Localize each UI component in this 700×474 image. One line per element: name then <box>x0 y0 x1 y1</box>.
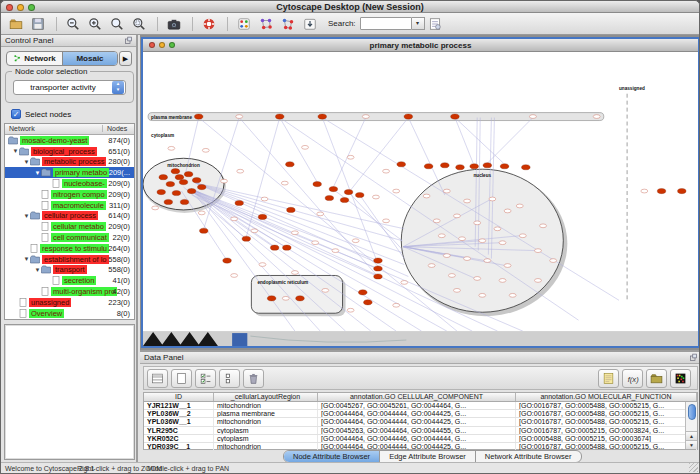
unselect-attributes-icon[interactable] <box>219 369 240 388</box>
help-ring-icon[interactable] <box>199 15 219 33</box>
window-titlebar[interactable]: Cytoscape Desktop (New Session) <box>1 1 699 13</box>
table-row[interactable]: YLR295Ccytoplasm[GO:0045263, GO:0044464,… <box>144 427 697 435</box>
table-cell: YPL036W__1 <box>144 418 214 425</box>
notes-icon[interactable] <box>598 369 619 388</box>
zoom-out-icon[interactable] <box>63 15 83 33</box>
tree-row[interactable]: secretion41(0) <box>5 275 134 286</box>
scrollbar-thumb[interactable] <box>688 404 696 420</box>
tree-row[interactable]: cell communicat22(0) <box>5 232 134 243</box>
tab-network-attribute-browser[interactable]: Network Attribute Browser <box>475 451 581 462</box>
tree-row[interactable]: macromolecule311(0) <box>5 200 134 211</box>
tab-edge-attribute-browser[interactable]: Edge Attribute Browser <box>379 451 475 462</box>
table-scrollbar[interactable]: ▲ ▼ <box>685 402 697 449</box>
resize-grip[interactable] <box>689 463 698 472</box>
tree-row[interactable]: unassigned223(0) <box>5 297 134 308</box>
zoom-selected-region-icon[interactable] <box>129 15 149 33</box>
function-builder-icon: f(x) <box>626 372 639 385</box>
column-header[interactable]: ID <box>144 393 214 401</box>
network-canvas[interactable]: plasma membranecytoplasmmitochondrionnuc… <box>143 52 698 346</box>
tab-node-attribute-browser[interactable]: Node Attribute Browser <box>284 451 379 462</box>
table-cell: [GO:0045267, GO:0045261, GO:0044464, G..… <box>318 402 516 409</box>
table-row[interactable]: YKR052Ccytoplasm[GO:0044464, GO:0044446,… <box>144 435 697 443</box>
select-nodes-label: Select nodes <box>25 110 71 119</box>
network-graph[interactable]: plasma membranecytoplasmmitochondrionnuc… <box>143 52 698 346</box>
tree-row[interactable]: Overview8(0) <box>5 308 134 319</box>
tree-row[interactable]: ▼cellular process614(0) <box>5 211 134 222</box>
select-nodes-checkbox[interactable]: ✓ <box>11 109 21 119</box>
tree-row[interactable]: mosaic-demo-yeast874(0) <box>5 135 134 146</box>
expand-arrow-icon[interactable]: ▼ <box>34 170 41 176</box>
tree-row-label: metabolic process <box>42 157 106 166</box>
tree-row[interactable]: ▼biological_process651(0) <box>5 146 134 157</box>
tree-row-label: unassigned <box>29 298 71 307</box>
file-icon <box>41 190 49 199</box>
delete-attribute-icon[interactable] <box>243 369 264 388</box>
cytoscape-window: Cytoscape Desktop (New Session) Search: … <box>0 0 700 474</box>
zoom-fit-icon[interactable] <box>107 15 127 33</box>
expand-arrow-icon[interactable]: ▼ <box>23 256 30 262</box>
folder-icon <box>19 147 29 156</box>
birds-eye-view[interactable] <box>4 324 135 460</box>
select-attributes-icon[interactable] <box>195 369 216 388</box>
attribute-table[interactable]: ID_cellularLayoutRegionannotation.GO CEL… <box>143 392 698 450</box>
expand-arrow-icon[interactable]: ▼ <box>23 213 30 219</box>
tab-network[interactable]: Network <box>7 52 62 65</box>
folder-icon <box>30 255 40 264</box>
duplicate-network-icon[interactable] <box>278 15 298 33</box>
tree-row[interactable]: nucleobase-209(0) <box>5 178 134 189</box>
table-cell: [GO:0045263, GO:0044464, GO:0044455, G..… <box>318 427 516 434</box>
table-cell: plasma membrane <box>214 410 318 417</box>
tree-row[interactable]: ▼primary metabo209(... <box>5 167 134 178</box>
network-tree-header[interactable]: Network Nodes <box>5 124 134 135</box>
network-view-frame[interactable]: primary metabolic process plasma membran… <box>141 37 700 348</box>
tree-row-label: mosaic-demo-yeast <box>20 136 89 145</box>
svg-text:mitochondrion: mitochondrion <box>167 163 200 168</box>
new-attribute-icon[interactable] <box>171 369 192 388</box>
tree-row[interactable]: cellular metabo209(0) <box>5 221 134 232</box>
column-header[interactable]: annotation.GO CELLULAR_COMPONENT <box>318 393 516 401</box>
search-input[interactable] <box>360 17 412 30</box>
zoom-in-icon[interactable] <box>85 15 105 33</box>
tree-row[interactable]: ▼establishment of lo558(0) <box>5 254 134 265</box>
search-dropdown-button[interactable]: ▾ <box>412 17 425 30</box>
new-network-from-selection-icon[interactable] <box>256 15 276 33</box>
scroll-down-button[interactable]: ▼ <box>686 440 697 449</box>
import-attributes-icon[interactable] <box>646 369 667 388</box>
tree-row-label: establishment of lo <box>42 255 109 264</box>
matrix-view-icon[interactable] <box>670 369 691 388</box>
tree-row[interactable]: response to stimulu264(0) <box>5 243 134 254</box>
table-row[interactable]: YJR121W__1mitochondrion[GO:0045267, GO:0… <box>144 402 697 410</box>
layout-icon[interactable] <box>234 15 254 33</box>
tree-row[interactable]: multi-organism pro42(0) <box>5 286 134 297</box>
float-data-panel-icon[interactable] <box>689 353 698 362</box>
float-panel-icon[interactable] <box>124 36 133 45</box>
expand-arrow-icon[interactable]: ▼ <box>23 159 30 165</box>
camera-export-icon[interactable] <box>164 15 184 33</box>
table-row[interactable]: YPL036W__2plasma membrane[GO:0044464, GO… <box>144 410 697 418</box>
tree-row-node-count: 209(0) <box>108 179 130 188</box>
new-attribute-icon <box>175 372 188 385</box>
tree-row[interactable]: ▼transport558(0) <box>5 265 134 276</box>
column-header[interactable]: annotation.GO MOLECULAR_FUNCTION <box>516 393 697 401</box>
expand-arrow-icon[interactable]: ▼ <box>34 267 41 273</box>
search-options-icon[interactable] <box>425 15 445 33</box>
table-row[interactable]: YPL036W__1mitochondrion[GO:0044464, GO:0… <box>144 418 697 426</box>
node-color-dropdown[interactable]: transporter activity ▲▼ <box>13 80 126 95</box>
table-cell: [GO:0044464, GO:0044444, GO:0044425, G..… <box>318 418 516 425</box>
import-attributes-icon <box>650 372 663 385</box>
expand-arrow-icon[interactable]: ▼ <box>12 148 19 154</box>
column-header[interactable]: _cellularLayoutRegion <box>214 393 318 401</box>
more-tabs-button[interactable]: ▶ <box>119 51 132 66</box>
open-file-icon[interactable] <box>6 15 26 33</box>
tree-row[interactable]: nitrogen compo209(0) <box>5 189 134 200</box>
network-view-titlebar[interactable]: primary metabolic process <box>143 39 698 52</box>
save-icon[interactable] <box>28 15 48 33</box>
tree-row-node-count: 22(0) <box>112 233 130 242</box>
import-icon[interactable] <box>300 15 320 33</box>
tab-mosaic[interactable]: Mosaic <box>62 52 117 65</box>
attribute-grid-icon[interactable] <box>147 369 168 388</box>
scroll-up-button[interactable]: ▲ <box>686 431 697 440</box>
function-builder-icon[interactable]: f(x) <box>622 369 643 388</box>
tree-row[interactable]: ▼metabolic process280(0) <box>5 157 134 168</box>
table-cell: YKR052C <box>144 435 214 442</box>
